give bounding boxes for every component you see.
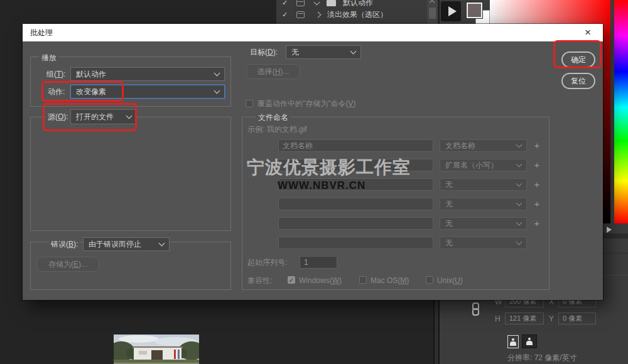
toggle-item-check-icon[interactable]: ✓	[282, 11, 290, 19]
y-field[interactable]: 0 像素	[558, 313, 596, 324]
windows-label: Windows(W)	[299, 276, 342, 285]
source-label: 源(O):	[46, 109, 70, 124]
windows-checkbox[interactable]: ✓	[288, 276, 295, 284]
link-dimensions-icon[interactable]	[472, 302, 479, 316]
dialog-toggle-icon[interactable]	[296, 11, 305, 18]
play-action-button[interactable]	[441, 1, 461, 21]
dialog-title: 批处理	[30, 28, 53, 38]
errors-label: 错误(B):	[49, 237, 80, 251]
landscape-icon	[526, 338, 533, 345]
add-naming-part-button[interactable]: +	[533, 178, 541, 191]
chevron-down-icon	[214, 70, 220, 77]
naming-part-dropdown-5[interactable]: 无	[440, 217, 527, 230]
add-naming-part-button[interactable]	[533, 237, 541, 249]
chevron-down-icon	[159, 240, 165, 247]
file-naming-legend: 文件命名	[256, 112, 291, 123]
height-label: H	[495, 313, 501, 325]
scrollbar-thumb[interactable]	[429, 8, 436, 19]
reset-button[interactable]: 复位	[561, 73, 595, 89]
destination-label: 目标(D):	[250, 45, 278, 59]
portrait-icon	[510, 338, 516, 346]
macos-label: Mac OS(M)	[371, 276, 409, 285]
chevron-down-icon[interactable]	[314, 0, 320, 5]
chevron-down-icon	[126, 113, 133, 119]
height-field[interactable]: 121 像素	[505, 313, 544, 324]
scroll-up-icon[interactable]	[430, 0, 435, 5]
document-canvas-image	[114, 335, 199, 364]
y-label: Y	[549, 313, 554, 325]
chevron-down-icon	[516, 142, 522, 148]
destination-dropdown[interactable]: 无	[286, 45, 361, 59]
serial-number-label: 起始序列号:	[247, 256, 287, 269]
actions-scrollbar[interactable]	[427, 0, 438, 24]
unix-checkbox[interactable]	[426, 276, 433, 284]
errors-dropdown[interactable]: 由于错误而停止	[83, 237, 170, 251]
portrait-orientation-button[interactable]	[507, 335, 519, 348]
naming-part-input-5[interactable]	[278, 217, 433, 230]
close-icon[interactable]: ×	[579, 24, 597, 41]
add-naming-part-button[interactable]: +	[533, 217, 541, 230]
naming-part-input-4[interactable]	[278, 198, 433, 210]
action-label: 动作:	[48, 85, 65, 99]
folder-icon	[327, 0, 336, 6]
batch-dialog: 批处理 × 播放 组(T): 默认动作 动作: 改变像素 源(O): 打开的文件…	[23, 24, 603, 300]
play-group-legend: 播放	[39, 53, 59, 63]
naming-part-dropdown-2[interactable]: 扩展名（小写）	[440, 159, 527, 171]
naming-part-dropdown-4[interactable]: 无	[440, 198, 527, 210]
toggle-item-check-icon[interactable]: ✓	[282, 0, 290, 7]
action-set-name[interactable]: 默认动作	[343, 0, 373, 8]
chevron-down-icon	[516, 220, 522, 226]
actions-panel: ✓ 默认动作 ✓ 淡出效果（选区）	[276, 0, 438, 24]
file-naming-example: 示例: 我的文档.gif	[247, 124, 307, 135]
action-row[interactable]: ✓ 淡出效果（选区）	[276, 9, 427, 21]
dialog-toggle-icon[interactable]	[296, 0, 305, 6]
naming-part-dropdown-6[interactable]: 无	[440, 237, 527, 249]
play-groupbox	[30, 56, 231, 107]
panel-edge	[433, 300, 440, 364]
foreground-color-swatch[interactable]	[467, 3, 482, 18]
action-set-row[interactable]: ✓ 默认动作	[276, 0, 427, 9]
naming-part-dropdown-3[interactable]: 无	[440, 178, 527, 191]
ok-button[interactable]: 确定	[561, 51, 595, 68]
serial-number-input[interactable]	[300, 256, 337, 269]
override-save-as-checkbox[interactable]	[246, 100, 253, 107]
macos-checkbox[interactable]	[359, 276, 367, 284]
chevron-down-icon	[516, 161, 522, 168]
action-name[interactable]: 淡出效果（选区）	[327, 9, 387, 20]
action-set-label: 组(T):	[46, 67, 66, 81]
naming-part-input-6[interactable]	[278, 237, 433, 249]
add-naming-part-button[interactable]: +	[533, 139, 541, 152]
chevron-down-icon	[516, 200, 522, 206]
resolution-readout: 分辨率: 72 像素/英寸	[507, 353, 577, 363]
chevron-down-icon	[350, 48, 357, 55]
dialog-titlebar[interactable]: 批处理 ×	[23, 24, 603, 41]
naming-part-input-3[interactable]	[278, 178, 433, 191]
chevron-down-icon	[516, 181, 522, 187]
action-set-dropdown[interactable]: 默认动作	[70, 67, 225, 81]
chevron-right-icon[interactable]	[315, 12, 322, 18]
hue-slider-marker[interactable]	[607, 227, 612, 233]
naming-part-dropdown-1[interactable]: 文档名称	[440, 139, 527, 152]
naming-part-input-2[interactable]	[278, 159, 433, 171]
hue-slider[interactable]	[614, 0, 628, 223]
landscape-orientation-button[interactable]	[522, 335, 537, 348]
add-naming-part-button[interactable]: +	[533, 198, 541, 210]
action-dropdown[interactable]: 改变像素	[70, 85, 225, 99]
naming-part-input-1[interactable]	[278, 139, 433, 152]
override-save-as-label: 覆盖动作中的"存储为"命令(V)	[257, 99, 356, 109]
source-groupbox	[30, 117, 231, 231]
source-dropdown[interactable]: 打开的文件	[70, 109, 137, 124]
add-naming-part-button[interactable]: +	[533, 159, 541, 171]
chevron-down-icon	[516, 239, 522, 245]
unix-label: Unix(U)	[437, 276, 463, 285]
chevron-down-icon	[214, 88, 220, 94]
choose-button[interactable]: 选择(H)...	[246, 64, 300, 79]
save-as-button[interactable]: 存储为(E)...	[36, 257, 99, 272]
play-icon	[448, 6, 457, 16]
compatibility-label: 兼容性:	[247, 276, 272, 285]
